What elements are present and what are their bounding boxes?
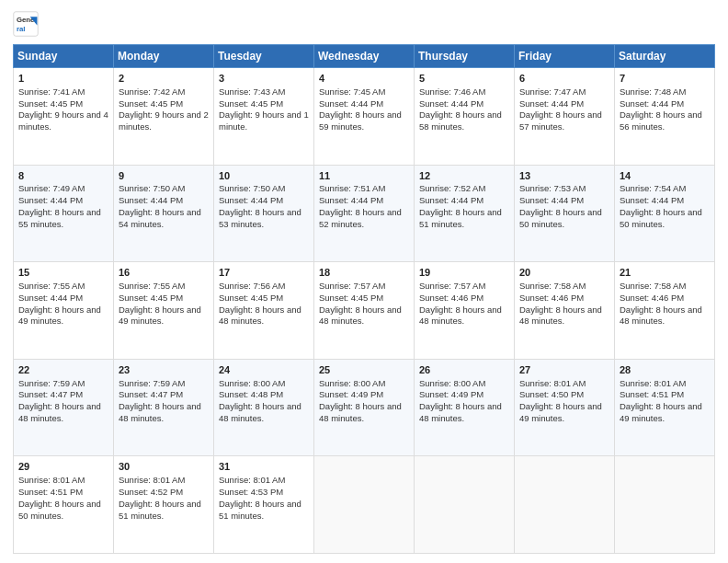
calendar-table: Sunday Monday Tuesday Wednesday Thursday… <box>13 44 715 554</box>
svg-text:ral: ral <box>17 25 26 33</box>
table-row: 14 Sunrise: 7:54 AM Sunset: 4:44 PM Dayl… <box>615 165 715 262</box>
daylight-label: Daylight: 8 hours and 50 minutes. <box>519 207 602 229</box>
day-number: 26 <box>419 363 509 377</box>
col-thursday: Thursday <box>415 45 515 68</box>
day-number: 5 <box>419 72 509 86</box>
table-row: 10 Sunrise: 7:50 AM Sunset: 4:44 PM Dayl… <box>214 165 314 262</box>
table-row: 3 Sunrise: 7:43 AM Sunset: 4:45 PM Dayli… <box>214 68 314 166</box>
sunrise-label: Sunrise: 7:59 AM <box>119 378 185 388</box>
day-number: 11 <box>319 169 409 183</box>
daylight-label: Daylight: 8 hours and 57 minutes. <box>519 109 602 132</box>
sunrise-label: Sunrise: 7:53 AM <box>519 183 586 193</box>
sunrise-label: Sunrise: 7:58 AM <box>620 281 686 291</box>
day-number: 16 <box>119 266 209 280</box>
daylight-label: Daylight: 8 hours and 51 minutes. <box>119 499 201 521</box>
day-number: 2 <box>119 72 209 86</box>
calendar-week-row: 29 Sunrise: 8:01 AM Sunset: 4:51 PM Dayl… <box>14 456 715 554</box>
daylight-label: Daylight: 8 hours and 48 minutes. <box>319 304 402 327</box>
page-container: Gene- ral Sunday Monday Tuesday Wednesda… <box>0 0 728 563</box>
daylight-label: Daylight: 8 hours and 54 minutes. <box>119 207 201 229</box>
sunset-label: Sunset: 4:44 PM <box>519 195 584 205</box>
daylight-label: Daylight: 8 hours and 48 minutes. <box>419 401 502 423</box>
sunset-label: Sunset: 4:44 PM <box>219 195 283 205</box>
day-number: 19 <box>419 266 509 280</box>
table-row: 6 Sunrise: 7:47 AM Sunset: 4:44 PM Dayli… <box>515 68 615 166</box>
daylight-label: Daylight: 8 hours and 48 minutes. <box>119 401 201 423</box>
day-number: 30 <box>119 460 209 474</box>
sunrise-label: Sunrise: 7:54 AM <box>620 183 686 193</box>
sunset-label: Sunset: 4:44 PM <box>519 98 584 109</box>
table-row: 24 Sunrise: 8:00 AM Sunset: 4:48 PM Dayl… <box>214 359 314 456</box>
day-number: 20 <box>519 266 609 280</box>
day-number: 3 <box>219 72 309 86</box>
sunset-label: Sunset: 4:45 PM <box>219 98 283 109</box>
table-row: 21 Sunrise: 7:58 AM Sunset: 4:46 PM Dayl… <box>615 262 715 360</box>
daylight-label: Daylight: 8 hours and 50 minutes. <box>620 207 702 229</box>
day-number: 12 <box>419 169 509 183</box>
table-row: 15 Sunrise: 7:55 AM Sunset: 4:44 PM Dayl… <box>14 262 114 360</box>
day-number: 4 <box>319 72 409 86</box>
table-row: 4 Sunrise: 7:45 AM Sunset: 4:44 PM Dayli… <box>314 68 415 166</box>
col-tuesday: Tuesday <box>214 45 314 68</box>
calendar-week-row: 22 Sunrise: 7:59 AM Sunset: 4:47 PM Dayl… <box>14 359 715 456</box>
sunrise-label: Sunrise: 7:57 AM <box>319 281 385 291</box>
day-number: 21 <box>620 266 710 280</box>
col-friday: Friday <box>515 45 615 68</box>
calendar-week-row: 1 Sunrise: 7:41 AM Sunset: 4:45 PM Dayli… <box>14 68 715 166</box>
day-number: 23 <box>119 363 209 377</box>
day-number: 24 <box>219 363 309 377</box>
table-row: 25 Sunrise: 8:00 AM Sunset: 4:49 PM Dayl… <box>314 359 415 456</box>
table-row <box>615 456 715 554</box>
table-row: 19 Sunrise: 7:57 AM Sunset: 4:46 PM Dayl… <box>415 262 515 360</box>
table-row: 18 Sunrise: 7:57 AM Sunset: 4:45 PM Dayl… <box>314 262 415 360</box>
sunset-label: Sunset: 4:51 PM <box>18 487 83 497</box>
sunrise-label: Sunrise: 8:00 AM <box>219 378 285 388</box>
table-row: 22 Sunrise: 7:59 AM Sunset: 4:47 PM Dayl… <box>14 359 114 456</box>
table-row: 8 Sunrise: 7:49 AM Sunset: 4:44 PM Dayli… <box>14 165 114 262</box>
sunrise-label: Sunrise: 7:57 AM <box>419 281 485 291</box>
daylight-label: Daylight: 8 hours and 49 minutes. <box>18 304 101 327</box>
daylight-label: Daylight: 8 hours and 56 minutes. <box>620 109 702 132</box>
day-number: 13 <box>519 169 609 183</box>
table-row: 31 Sunrise: 8:01 AM Sunset: 4:53 PM Dayl… <box>214 456 314 554</box>
sunset-label: Sunset: 4:49 PM <box>319 389 383 399</box>
daylight-label: Daylight: 8 hours and 51 minutes. <box>419 207 502 229</box>
daylight-label: Daylight: 8 hours and 58 minutes. <box>419 109 502 132</box>
daylight-label: Daylight: 8 hours and 53 minutes. <box>219 207 301 229</box>
sunset-label: Sunset: 4:44 PM <box>319 98 383 109</box>
sunset-label: Sunset: 4:53 PM <box>219 487 283 497</box>
day-number: 25 <box>319 363 409 377</box>
day-number: 14 <box>620 169 710 183</box>
sunrise-label: Sunrise: 8:00 AM <box>319 378 385 388</box>
table-row <box>415 456 515 554</box>
daylight-label: Daylight: 9 hours and 4 minutes. <box>18 109 108 132</box>
day-number: 6 <box>519 72 609 86</box>
col-wednesday: Wednesday <box>314 45 415 68</box>
table-row: 11 Sunrise: 7:51 AM Sunset: 4:44 PM Dayl… <box>314 165 415 262</box>
table-row: 12 Sunrise: 7:52 AM Sunset: 4:44 PM Dayl… <box>415 165 515 262</box>
sunrise-label: Sunrise: 7:46 AM <box>419 86 485 97</box>
daylight-label: Daylight: 8 hours and 49 minutes. <box>119 304 201 327</box>
daylight-label: Daylight: 8 hours and 48 minutes. <box>319 401 402 423</box>
day-number: 15 <box>18 266 108 280</box>
sunset-label: Sunset: 4:45 PM <box>319 293 383 303</box>
daylight-label: Daylight: 8 hours and 48 minutes. <box>18 401 101 423</box>
table-row: 20 Sunrise: 7:58 AM Sunset: 4:46 PM Dayl… <box>515 262 615 360</box>
table-row: 16 Sunrise: 7:55 AM Sunset: 4:45 PM Dayl… <box>114 262 214 360</box>
table-row: 26 Sunrise: 8:00 AM Sunset: 4:49 PM Dayl… <box>415 359 515 456</box>
day-number: 18 <box>319 266 409 280</box>
table-row: 5 Sunrise: 7:46 AM Sunset: 4:44 PM Dayli… <box>415 68 515 166</box>
sunrise-label: Sunrise: 7:59 AM <box>18 378 85 388</box>
table-row: 27 Sunrise: 8:01 AM Sunset: 4:50 PM Dayl… <box>515 359 615 456</box>
sunrise-label: Sunrise: 8:01 AM <box>119 475 185 485</box>
sunrise-label: Sunrise: 8:01 AM <box>620 378 686 388</box>
day-number: 22 <box>18 363 108 377</box>
daylight-label: Daylight: 8 hours and 51 minutes. <box>219 499 301 521</box>
sunrise-label: Sunrise: 7:50 AM <box>119 183 185 193</box>
sunrise-label: Sunrise: 7:55 AM <box>119 281 185 291</box>
day-number: 17 <box>219 266 309 280</box>
sunset-label: Sunset: 4:47 PM <box>18 389 83 399</box>
day-number: 1 <box>18 72 108 86</box>
sunrise-label: Sunrise: 8:01 AM <box>519 378 586 388</box>
logo-icon: Gene- ral <box>13 11 39 37</box>
